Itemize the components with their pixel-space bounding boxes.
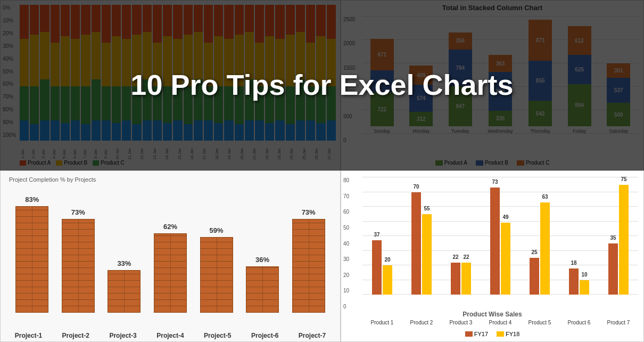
q3-title: Project Completion % by Projects: [5, 176, 336, 183]
legend-label: FY18: [506, 331, 519, 337]
brick-pct: 33%: [117, 259, 131, 267]
product-label: Product 7: [607, 320, 630, 325]
main-wrapper: 100%90%80%70%60%50%40%30%20%10%0%1-Jan2-…: [0, 0, 644, 342]
brick-pct: 59%: [210, 226, 224, 234]
brick-project-label: Project-3: [109, 332, 136, 339]
q2-title: Total in Stacked Column Chart: [341, 4, 643, 12]
product-label: Product 1: [371, 320, 394, 325]
product-label: Product 2: [410, 320, 433, 325]
brick-pct: 73%: [71, 208, 85, 216]
brick-project-label: Project-4: [156, 332, 184, 339]
legend-label: FY17: [474, 331, 488, 337]
product-label: Product 3: [450, 320, 473, 325]
brick-pct: 83%: [25, 196, 39, 203]
brick-project-label: Project-7: [299, 332, 326, 339]
brick-project-label: Project-1: [15, 332, 42, 339]
brick-pct: 36%: [255, 256, 269, 264]
q2-stacked-column: Total in Stacked Column Chart 0500100015…: [341, 0, 644, 170]
q4-title: Product Wise Sales: [341, 311, 643, 318]
q4-grouped-bar: 0102030405060708037207055222273492563181…: [341, 170, 644, 342]
brick-project-label: Project-5: [204, 332, 231, 339]
q1-stacked-bar: 100%90%80%70%60%50%40%30%20%10%0%1-Jan2-…: [0, 0, 341, 170]
product-label: Product 5: [529, 320, 551, 325]
brick-project-label: Project-6: [251, 332, 278, 339]
product-label: Product 6: [568, 320, 591, 325]
product-label: Product 4: [489, 320, 512, 325]
brick-pct: 62%: [163, 223, 177, 231]
brick-project-label: Project-2: [62, 332, 89, 339]
brick-pct: 73%: [302, 208, 316, 216]
q3-brick-chart: Project Completion % by Projects 83%73%3…: [0, 170, 341, 342]
